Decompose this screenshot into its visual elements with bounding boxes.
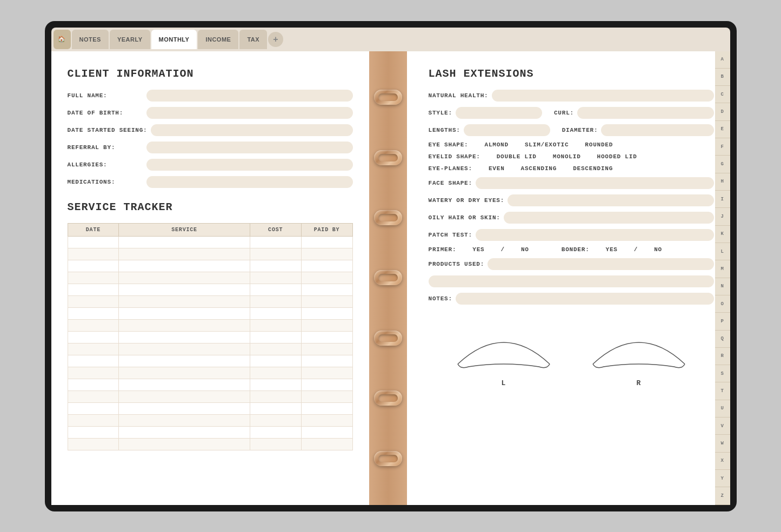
cell-date[interactable] bbox=[68, 367, 119, 379]
cell-date[interactable] bbox=[68, 319, 119, 331]
patch-test-input[interactable] bbox=[476, 229, 714, 241]
cell-cost[interactable] bbox=[250, 319, 301, 331]
tab-income[interactable]: INCOME bbox=[198, 30, 238, 49]
cell-paid-by[interactable] bbox=[301, 307, 352, 319]
tab-tax[interactable]: TAX bbox=[239, 30, 267, 49]
index-tab-v[interactable]: V bbox=[715, 417, 730, 435]
eyelid-hooded[interactable]: HOODED LID bbox=[597, 153, 637, 160]
index-tab-n[interactable]: N bbox=[715, 278, 730, 295]
cell-paid-by[interactable] bbox=[301, 367, 352, 379]
date-started-input[interactable] bbox=[151, 124, 353, 136]
cell-cost[interactable] bbox=[250, 379, 301, 390]
cell-paid-by[interactable] bbox=[301, 272, 352, 284]
cell-service[interactable] bbox=[119, 390, 250, 402]
cell-service[interactable] bbox=[119, 236, 250, 248]
index-tab-t[interactable]: T bbox=[715, 382, 730, 400]
index-tab-i[interactable]: I bbox=[715, 191, 730, 208]
cell-paid-by[interactable] bbox=[301, 426, 352, 438]
cell-service[interactable] bbox=[119, 402, 250, 414]
cell-service[interactable] bbox=[119, 379, 250, 390]
eye-shape-slim[interactable]: SLIM/EXOTIC bbox=[525, 142, 569, 148]
cell-cost[interactable] bbox=[250, 307, 301, 319]
lengths-input[interactable] bbox=[464, 124, 550, 136]
cell-paid-by[interactable] bbox=[301, 414, 352, 426]
cell-service[interactable] bbox=[119, 319, 250, 331]
cell-service[interactable] bbox=[119, 438, 250, 450]
cell-paid-by[interactable] bbox=[301, 295, 352, 307]
cell-date[interactable] bbox=[68, 331, 119, 343]
full-name-input[interactable] bbox=[146, 90, 353, 102]
cell-service[interactable] bbox=[119, 284, 250, 295]
cell-date[interactable] bbox=[68, 379, 119, 390]
cell-cost[interactable] bbox=[250, 236, 301, 248]
index-tab-l[interactable]: L bbox=[715, 243, 730, 260]
tab-add[interactable]: + bbox=[268, 32, 283, 47]
medications-input[interactable] bbox=[146, 176, 353, 188]
bonder-no[interactable]: NO bbox=[654, 246, 662, 253]
cell-date[interactable] bbox=[68, 272, 119, 284]
curl-input[interactable] bbox=[577, 107, 714, 119]
face-shape-input[interactable] bbox=[476, 177, 714, 189]
cell-cost[interactable] bbox=[250, 390, 301, 402]
index-tab-d[interactable]: D bbox=[715, 103, 730, 120]
index-tab-w[interactable]: W bbox=[715, 435, 730, 452]
cell-date[interactable] bbox=[68, 284, 119, 295]
cell-paid-by[interactable] bbox=[301, 236, 352, 248]
cell-date[interactable] bbox=[68, 295, 119, 307]
index-tab-g[interactable]: G bbox=[715, 156, 730, 173]
index-tab-q[interactable]: Q bbox=[715, 331, 730, 348]
bonder-yes[interactable]: YES bbox=[606, 246, 618, 253]
tab-home[interactable]: 🏠 bbox=[54, 30, 71, 49]
eye-planes-even[interactable]: EVEN bbox=[489, 165, 505, 172]
index-tab-u[interactable]: U bbox=[715, 400, 730, 417]
cell-service[interactable] bbox=[119, 295, 250, 307]
cell-date[interactable] bbox=[68, 414, 119, 426]
cell-date[interactable] bbox=[68, 426, 119, 438]
cell-date[interactable] bbox=[68, 248, 119, 260]
index-tab-x[interactable]: X bbox=[715, 453, 730, 470]
index-tab-m[interactable]: M bbox=[715, 260, 730, 278]
dob-input[interactable] bbox=[146, 107, 353, 119]
cell-paid-by[interactable] bbox=[301, 402, 352, 414]
cell-cost[interactable] bbox=[250, 367, 301, 379]
primer-no[interactable]: NO bbox=[521, 246, 529, 253]
cell-service[interactable] bbox=[119, 272, 250, 284]
referral-input[interactable] bbox=[146, 142, 353, 153]
cell-cost[interactable] bbox=[250, 414, 301, 426]
eyelid-double[interactable]: DOUBLE LID bbox=[497, 153, 537, 160]
index-tab-r[interactable]: R bbox=[715, 348, 730, 365]
tab-monthly[interactable]: MONTHLY bbox=[151, 30, 197, 49]
cell-service[interactable] bbox=[119, 260, 250, 272]
cell-cost[interactable] bbox=[250, 426, 301, 438]
cell-paid-by[interactable] bbox=[301, 248, 352, 260]
cell-service[interactable] bbox=[119, 248, 250, 260]
watery-dry-input[interactable] bbox=[508, 194, 713, 206]
tab-notes[interactable]: NOTES bbox=[72, 30, 109, 49]
cell-paid-by[interactable] bbox=[301, 260, 352, 272]
cell-date[interactable] bbox=[68, 390, 119, 402]
cell-cost[interactable] bbox=[250, 402, 301, 414]
cell-paid-by[interactable] bbox=[301, 390, 352, 402]
cell-date[interactable] bbox=[68, 236, 119, 248]
cell-paid-by[interactable] bbox=[301, 438, 352, 450]
cell-service[interactable] bbox=[119, 355, 250, 367]
index-tab-f[interactable]: F bbox=[715, 138, 730, 156]
oily-hair-input[interactable] bbox=[504, 212, 714, 224]
cell-service[interactable] bbox=[119, 331, 250, 343]
cell-date[interactable] bbox=[68, 260, 119, 272]
index-tab-s[interactable]: S bbox=[715, 365, 730, 382]
cell-cost[interactable] bbox=[250, 438, 301, 450]
index-tab-y[interactable]: Y bbox=[715, 470, 730, 487]
cell-cost[interactable] bbox=[250, 260, 301, 272]
cell-paid-by[interactable] bbox=[301, 331, 352, 343]
index-tab-c[interactable]: C bbox=[715, 86, 730, 103]
index-tab-p[interactable]: P bbox=[715, 313, 730, 330]
allergies-input[interactable] bbox=[146, 159, 353, 171]
index-tab-k[interactable]: K bbox=[715, 226, 730, 243]
cell-paid-by[interactable] bbox=[301, 355, 352, 367]
index-tab-a[interactable]: A bbox=[715, 51, 730, 69]
cell-paid-by[interactable] bbox=[301, 284, 352, 295]
diameter-input[interactable] bbox=[601, 124, 713, 136]
tab-yearly[interactable]: YEARLY bbox=[110, 30, 150, 49]
cell-service[interactable] bbox=[119, 414, 250, 426]
